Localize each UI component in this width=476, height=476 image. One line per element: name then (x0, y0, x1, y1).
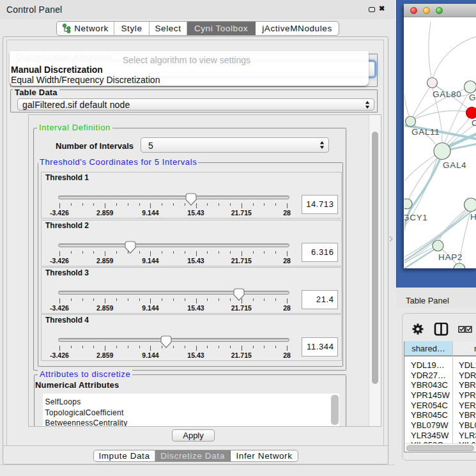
svg-text:HIS: HIS (470, 212, 476, 222)
svg-text:HAP2: HAP2 (438, 252, 463, 262)
svg-text:GAL: GAL (469, 93, 476, 102)
svg-text:GAL4: GAL4 (443, 160, 466, 170)
svg-text:GCY1: GCY1 (404, 213, 428, 222)
svg-text:GAL11: GAL11 (411, 127, 440, 137)
svg-text:GAL80: GAL80 (433, 89, 462, 99)
svg-text:C: C (472, 118, 476, 128)
